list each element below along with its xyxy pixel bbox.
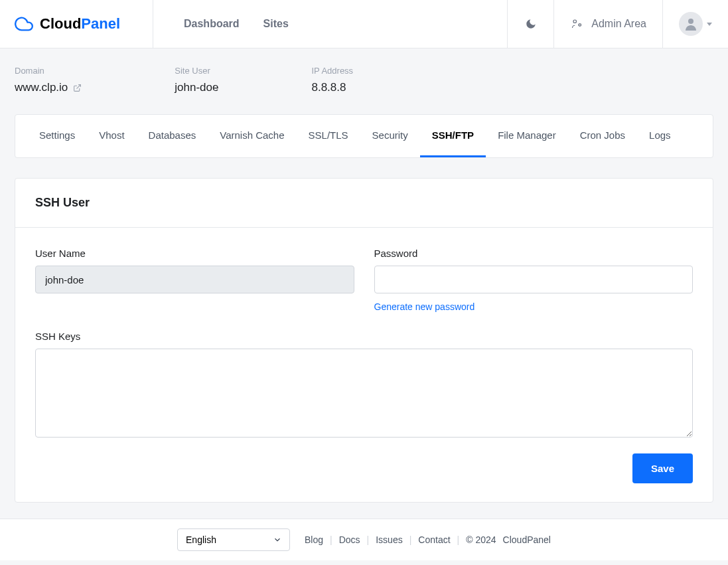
footer-docs[interactable]: Docs bbox=[339, 534, 360, 545]
tab-databases[interactable]: Databases bbox=[137, 115, 208, 157]
footer-brand: CloudPanel bbox=[503, 534, 551, 545]
separator: | bbox=[367, 534, 370, 545]
footer-issues[interactable]: Issues bbox=[376, 534, 402, 545]
chevron-down-icon bbox=[707, 23, 712, 26]
footer-links: Blog | Docs | Issues | Contact | © 2024 … bbox=[305, 534, 551, 545]
info-domain: Domain www.clp.io bbox=[15, 66, 82, 94]
password-label: Password bbox=[374, 248, 693, 259]
nav-main: Dashboard Sites bbox=[153, 0, 507, 48]
logo-text-2: Panel bbox=[81, 15, 120, 32]
info-domain-label: Domain bbox=[15, 66, 82, 76]
logo[interactable]: CloudPanel bbox=[0, 0, 153, 48]
info-site-user-value: john-doe bbox=[175, 81, 218, 94]
language-select[interactable]: English bbox=[177, 528, 290, 551]
footer-contact[interactable]: Contact bbox=[418, 534, 450, 545]
tab-sshftp[interactable]: SSH/FTP bbox=[420, 115, 486, 157]
user-menu[interactable] bbox=[662, 0, 728, 48]
header-right: Admin Area bbox=[507, 0, 728, 48]
footer-blog[interactable]: Blog bbox=[305, 534, 323, 545]
tab-cron[interactable]: Cron Jobs bbox=[568, 115, 637, 157]
language-select-wrap: English bbox=[177, 528, 290, 551]
sshkeys-textarea[interactable] bbox=[35, 349, 693, 438]
card-body: User Name Password Generate new password… bbox=[15, 228, 713, 502]
admin-area-link[interactable]: Admin Area bbox=[553, 0, 662, 48]
password-group: Password Generate new password bbox=[374, 248, 693, 312]
external-link-icon[interactable] bbox=[73, 84, 82, 92]
save-button[interactable]: Save bbox=[632, 453, 693, 483]
separator: | bbox=[409, 534, 412, 545]
tab-ssl[interactable]: SSL/TLS bbox=[297, 115, 360, 157]
username-group: User Name bbox=[35, 248, 354, 312]
svg-point-0 bbox=[573, 20, 577, 23]
info-domain-value[interactable]: www.clp.io bbox=[15, 81, 68, 94]
header: CloudPanel Dashboard Sites Admin Area bbox=[0, 0, 728, 48]
tab-security[interactable]: Security bbox=[360, 115, 420, 157]
admin-area-label: Admin Area bbox=[591, 18, 646, 30]
svg-line-3 bbox=[77, 84, 81, 88]
username-input bbox=[35, 266, 354, 293]
tab-vhost[interactable]: Vhost bbox=[87, 115, 136, 157]
avatar-icon bbox=[679, 12, 703, 36]
nav-sites[interactable]: Sites bbox=[263, 18, 289, 30]
tab-filemanager[interactable]: File Manager bbox=[486, 115, 568, 157]
footer: English Blog | Docs | Issues | Contact |… bbox=[0, 519, 728, 560]
moon-icon bbox=[525, 18, 537, 30]
svg-point-1 bbox=[579, 24, 581, 26]
generate-password-link[interactable]: Generate new password bbox=[374, 301, 693, 312]
info-site-user: Site User john-doe bbox=[175, 66, 218, 94]
tab-settings[interactable]: Settings bbox=[15, 115, 87, 157]
svg-point-2 bbox=[688, 19, 693, 24]
separator: | bbox=[330, 534, 332, 545]
ssh-user-card: SSH User User Name Password Generate new… bbox=[15, 178, 713, 503]
sshkeys-label: SSH Keys bbox=[35, 331, 693, 342]
cloud-icon bbox=[15, 15, 33, 33]
logo-text-1: Cloud bbox=[40, 15, 81, 32]
info-ip-value: 8.8.8.8 bbox=[311, 81, 353, 94]
info-site-user-label: Site User bbox=[175, 66, 218, 76]
tab-varnish[interactable]: Varnish Cache bbox=[208, 115, 296, 157]
password-input[interactable] bbox=[374, 266, 693, 293]
footer-copyright: © 2024 bbox=[466, 534, 496, 545]
info-ip: IP Address 8.8.8.8 bbox=[311, 66, 353, 94]
site-tabs: Settings Vhost Databases Varnish Cache S… bbox=[15, 114, 713, 158]
tab-logs[interactable]: Logs bbox=[637, 115, 683, 157]
theme-toggle[interactable] bbox=[507, 0, 553, 48]
nav-dashboard[interactable]: Dashboard bbox=[184, 18, 240, 30]
separator: | bbox=[457, 534, 460, 545]
info-ip-label: IP Address bbox=[311, 66, 353, 76]
site-info-strip: Domain www.clp.io Site User john-doe IP … bbox=[0, 48, 728, 114]
username-label: User Name bbox=[35, 248, 354, 259]
card-title: SSH User bbox=[15, 179, 713, 228]
sshkeys-group: SSH Keys bbox=[35, 331, 693, 438]
users-gear-icon bbox=[570, 18, 585, 30]
